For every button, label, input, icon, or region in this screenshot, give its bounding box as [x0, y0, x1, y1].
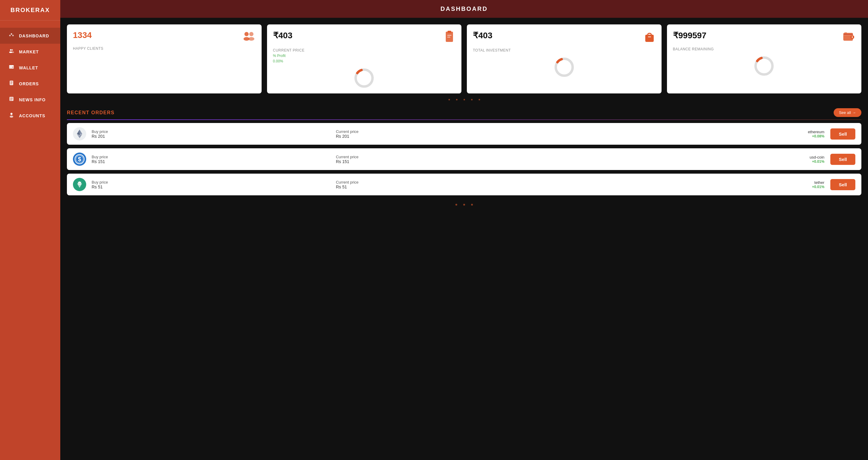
svg-rect-38	[844, 32, 847, 34]
ethereum-buy-label: Buy price	[92, 129, 336, 134]
usd-coin-curr-value: Rs 151	[336, 159, 580, 164]
ethereum-icon	[73, 127, 86, 141]
usd-coin-change: +0.01%	[580, 159, 824, 164]
tether-sell-button[interactable]: Sell	[830, 179, 855, 190]
sidebar-item-dashboard[interactable]: DASHBOARD	[0, 28, 60, 44]
tether-name-change: tether +0.01%	[580, 180, 824, 189]
see-all-button[interactable]: See all →	[834, 108, 861, 117]
svg-rect-27	[447, 35, 452, 36]
svg-point-7	[11, 52, 14, 53]
total-investment-donut-wrap	[473, 57, 655, 78]
card-happy-clients-top: 1334	[73, 30, 255, 44]
svg-rect-16	[10, 98, 13, 98]
usd-coin-buy-value: Rs 151	[92, 159, 336, 164]
svg-point-5	[11, 49, 13, 51]
card-total-investment-top: ₹403	[473, 30, 655, 47]
sidebar-item-market-label: MARKET	[19, 50, 39, 54]
bag-icon	[644, 30, 655, 47]
sidebar-item-orders[interactable]: ORDERS	[0, 76, 60, 92]
sidebar-logo: BROKERAX	[0, 0, 60, 21]
svg-rect-12	[10, 82, 13, 82]
card-balance-remaining-top: ₹999597	[673, 30, 856, 45]
usd-coin-name-change: usd-coin +0.01%	[580, 155, 824, 164]
svg-point-4	[10, 49, 11, 51]
tether-curr-label: Current price	[336, 180, 580, 184]
total-investment-donut	[554, 57, 575, 78]
current-price-text-col: ₹403	[273, 30, 293, 40]
tether-current-price-col: Current price Rs 51	[336, 180, 580, 189]
usd-coin-curr-label: Current price	[336, 155, 580, 159]
usd-coin-sell-button[interactable]: Sell	[830, 154, 855, 165]
sidebar-item-newsinfo[interactable]: NEWS INFO	[0, 92, 60, 108]
svg-point-21	[244, 32, 249, 36]
svg-rect-32	[648, 36, 651, 37]
sidebar-item-accounts-label: ACCOUNTS	[19, 113, 45, 118]
ethereum-curr-label: Current price	[336, 129, 580, 134]
svg-point-1	[9, 35, 11, 36]
dot-b3	[471, 204, 473, 206]
svg-text:$: $	[78, 156, 81, 162]
sidebar-item-orders-label: ORDERS	[19, 82, 39, 86]
clipboard-icon	[443, 30, 456, 47]
dot-5	[478, 99, 480, 100]
dot-3	[464, 99, 465, 100]
svg-point-2	[12, 35, 14, 36]
newsinfo-icon	[8, 96, 15, 103]
usd-coin-buy-label: Buy price	[92, 155, 336, 159]
tether-icon	[73, 178, 86, 191]
profit-value: 0.00%	[273, 59, 456, 63]
decorative-dots-bottom	[60, 202, 868, 208]
balance-remaining-value: ₹999597	[673, 30, 707, 40]
balance-remaining-label: BALANCE REMAINING	[673, 47, 856, 51]
current-price-donut-wrap	[273, 67, 456, 89]
svg-point-10	[12, 67, 13, 68]
svg-rect-14	[10, 84, 12, 84]
svg-rect-56	[78, 182, 82, 182]
page-title: DASHBOARD	[441, 5, 488, 12]
dot-4	[471, 99, 472, 100]
tether-buy-label: Buy price	[92, 180, 336, 184]
sidebar-item-accounts[interactable]: ACCOUNTS	[0, 108, 60, 124]
svg-point-3	[11, 33, 12, 34]
tether-buy-value: Rs 51	[92, 184, 336, 189]
svg-rect-13	[10, 83, 13, 83]
wallet-icon	[8, 64, 15, 71]
card-total-investment: ₹403 TOTAL INVESTMENT	[467, 24, 661, 93]
dot-b2	[463, 204, 465, 206]
recent-orders-title: RECENT ORDERS	[67, 110, 115, 116]
total-investment-value: ₹403	[473, 30, 493, 40]
card-balance-remaining: ₹999597 BALANCE REMAINING	[667, 24, 862, 93]
dot-2	[456, 99, 458, 100]
usd-coin-icon: $	[73, 153, 86, 166]
happy-clients-value: 1334	[73, 30, 92, 40]
svg-rect-17	[10, 99, 13, 99]
people-icon	[242, 30, 255, 44]
dot-1	[448, 99, 450, 100]
ethereum-curr-value: Rs 201	[336, 134, 580, 139]
profit-label: % Profit	[273, 54, 456, 58]
ethereum-change: +0.08%	[580, 134, 824, 139]
ethereum-sell-button[interactable]: Sell	[830, 128, 855, 140]
ethereum-buy-value: Rs 201	[92, 134, 336, 139]
svg-point-19	[10, 113, 13, 115]
svg-point-20	[10, 116, 13, 118]
market-icon	[8, 48, 15, 56]
balance-remaining-donut-wrap	[673, 56, 856, 76]
sidebar-item-market[interactable]: MARKET	[0, 44, 60, 60]
sidebar-item-dashboard-label: DASHBOARD	[19, 33, 49, 38]
usd-coin-current-price-col: Current price Rs 151	[336, 155, 580, 164]
tether-change: +0.01%	[580, 185, 824, 189]
sidebar-nav: DASHBOARD MARKET WALLET	[0, 28, 60, 124]
page-header: DASHBOARD	[60, 0, 868, 18]
current-price-value: ₹403	[273, 31, 293, 40]
recent-orders-header: RECENT ORDERS See all →	[60, 103, 868, 119]
order-row-tether: Buy price Rs 51 Current price Rs 51 teth…	[67, 174, 861, 195]
dashboard-icon	[8, 32, 15, 39]
current-price-donut	[353, 67, 375, 89]
accounts-icon	[8, 112, 15, 119]
order-row-ethereum: Buy price Rs 201 Current price Rs 201 et…	[67, 123, 861, 145]
sidebar-item-wallet[interactable]: WALLET	[0, 60, 60, 76]
main-content: DASHBOARD 1334 HAPPY CLIENTS	[60, 0, 868, 460]
ethereum-name-change: ethereum +0.08%	[580, 130, 824, 139]
ethereum-current-price-col: Current price Rs 201	[336, 129, 580, 139]
